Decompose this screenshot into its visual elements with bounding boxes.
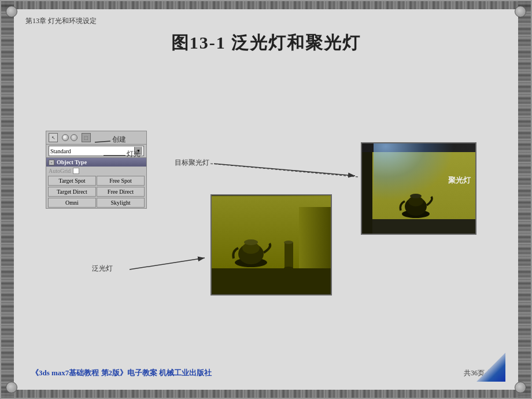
footer: 《3ds max7基础教程 第2版》电子教案 机械工业出版社 共36页-第页 [31, 368, 501, 378]
radio-row [60, 133, 80, 142]
corner-bl [6, 382, 17, 393]
select-icon[interactable]: ⬚ [82, 133, 91, 142]
pointer-icon[interactable]: ↖ [49, 133, 58, 142]
page-curl [476, 353, 505, 382]
target-spot-button[interactable]: Target Spot [48, 176, 96, 186]
max-panel: ↖ ⬚ Standard ▼ - Object Type [46, 131, 147, 209]
svg-point-6 [284, 267, 293, 270]
border-top [1, 1, 531, 9]
collapse-button[interactable]: - [49, 160, 54, 165]
svg-line-14 [130, 258, 205, 269]
label-omni: 泛光灯 [92, 264, 113, 274]
content-area: 第13章 灯光和环境设定 图13-1 泛光灯和聚光灯 ↖ ⬚ Standard … [14, 9, 518, 390]
omni-button[interactable]: Omni [48, 198, 96, 208]
label-light: 灯光 [127, 149, 141, 159]
light-buttons-row-1: Target Spot Free Spot [46, 175, 146, 186]
svg-point-10 [410, 194, 422, 198]
autogrid-checkbox[interactable] [73, 168, 79, 174]
svg-line-13 [214, 164, 355, 176]
border-right [518, 1, 531, 398]
light-buttons-row-2: Target Direct Free Direct [46, 186, 146, 197]
svg-point-5 [284, 241, 293, 244]
scene-spot: 聚光灯 [361, 142, 476, 235]
corner-br [515, 382, 526, 393]
light-buttons-row-3: Omni Skylight [46, 197, 146, 208]
label-create: 创建 [112, 135, 126, 145]
panel-toolbar: ↖ ⬚ [46, 131, 146, 145]
object-type-header: - Object Type [46, 158, 146, 167]
footer-left-text: 《3ds max7基础教程 第2版》电子教案 机械工业出版社 [31, 368, 212, 378]
svg-point-3 [244, 239, 258, 245]
teapot-svg [229, 231, 275, 271]
svg-line-16 [210, 164, 359, 177]
corner-tr [515, 6, 526, 17]
target-direct-button[interactable]: Target Direct [48, 187, 96, 197]
label-spotlight: 聚光灯 [448, 175, 471, 186]
corner-tl [6, 6, 17, 17]
border-bottom [1, 390, 531, 398]
chapter-header: 第13章 灯光和环境设定 [25, 16, 97, 26]
svg-rect-4 [285, 242, 293, 268]
border-left [1, 1, 14, 398]
free-direct-button[interactable]: Free Direct [97, 187, 145, 197]
page-title: 图13-1 泛光灯和聚光灯 [14, 31, 518, 55]
radio-btn-1[interactable] [62, 134, 69, 141]
radio-btn-2[interactable] [71, 134, 77, 141]
spot-teapot-svg [397, 186, 437, 221]
page: 第13章 灯光和环境设定 图13-1 泛光灯和聚光灯 ↖ ⬚ Standard … [0, 0, 532, 399]
autogrid-row: AutoGrid [46, 167, 146, 175]
free-spot-button[interactable]: Free Spot [97, 176, 145, 186]
cylinder-svg [282, 239, 296, 271]
label-target-spot: 目标聚光灯 [175, 158, 209, 168]
scene-omni [210, 194, 332, 295]
skylight-button[interactable]: Skylight [97, 198, 145, 208]
